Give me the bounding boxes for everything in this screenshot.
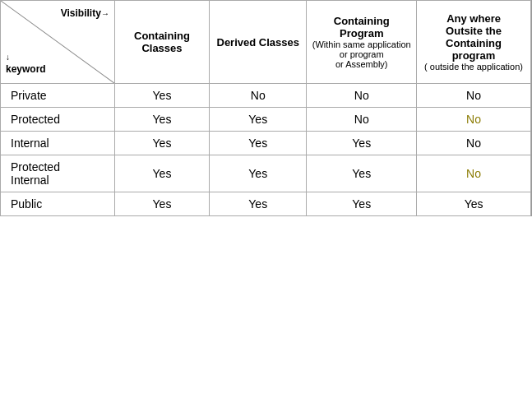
header-keyword-label: ↓keyword (6, 51, 46, 76)
col-derived-protected-internal: Yes (210, 155, 307, 192)
keyword-cell-public: Public (1, 192, 115, 216)
keyword-cell-internal: Internal (1, 132, 115, 155)
header-visibility-label: Visibility→ (61, 7, 109, 21)
table-row: Protected InternalYesYesYesNo (1, 155, 531, 192)
col-outside-internal: No (417, 132, 531, 155)
keyword-cell-protected: Protected (1, 108, 115, 132)
header-containing-program: Containing Program (Within same applicat… (307, 1, 417, 84)
main-table-container: Visibility→ ↓keyword Containing Classes … (0, 0, 532, 216)
col-derived-public: Yes (210, 192, 307, 216)
table-row: ProtectedYesYesNoNo (1, 108, 531, 132)
header-derived-classes: Derived Classes (210, 1, 307, 84)
col-derived-private: No (210, 84, 307, 108)
col-program-public: Yes (307, 192, 417, 216)
col-derived-protected: Yes (210, 108, 307, 132)
keyword-cell-protected-internal: Protected Internal (1, 155, 115, 192)
col-derived-internal: Yes (210, 132, 307, 155)
col-outside-protected: No (417, 108, 531, 132)
col-containing-protected: Yes (114, 108, 209, 132)
keyword-cell-private: Private (1, 84, 115, 108)
table-row: PublicYesYesYesYes (1, 192, 531, 216)
col-outside-protected-internal: No (417, 155, 531, 192)
header-keyword-cell: Visibility→ ↓keyword (1, 1, 115, 84)
col-outside-public: Yes (417, 192, 531, 216)
col-program-protected-internal: Yes (307, 155, 417, 192)
table-row: InternalYesYesYesNo (1, 132, 531, 155)
table-row: PrivateYesNoNoNo (1, 84, 531, 108)
col-containing-protected-internal: Yes (114, 155, 209, 192)
col-containing-public: Yes (114, 192, 209, 216)
header-any-where-outside: Any where Outsite the Containing program… (417, 1, 531, 84)
col-program-protected: No (307, 108, 417, 132)
header-containing-classes: Containing Classes (114, 1, 209, 84)
col-containing-private: Yes (114, 84, 209, 108)
col-program-internal: Yes (307, 132, 417, 155)
col-program-private: No (307, 84, 417, 108)
col-containing-internal: Yes (114, 132, 209, 155)
col-outside-private: No (417, 84, 531, 108)
